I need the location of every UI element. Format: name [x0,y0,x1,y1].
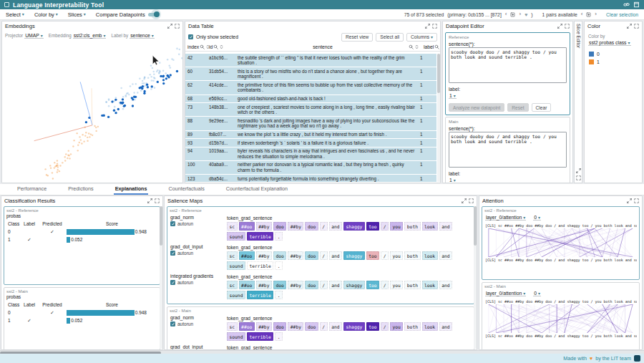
salience-token[interactable]: / [320,281,328,289]
reset-button[interactable]: Reset [507,103,528,112]
salience-token[interactable]: sc [227,251,238,260]
fullscreen-icon[interactable] [576,175,581,180]
salience-token[interactable]: ##by [288,281,303,289]
salience-token[interactable]: . [275,232,283,241]
column-header-index[interactable]: index [185,44,207,49]
salience-token[interactable]: ##by [288,251,303,260]
salience-token[interactable]: too [366,222,379,231]
column-header-id[interactable]: id [207,44,235,49]
expand-icon[interactable] [425,24,430,29]
salience-token[interactable]: terrible [247,232,273,241]
salience-token[interactable]: both [404,222,420,231]
search-icon[interactable] [409,44,414,49]
lit-footer-logo[interactable] [634,355,640,362]
search-icon[interactable] [213,44,218,49]
salience-token[interactable]: sc [227,222,238,231]
salience-token[interactable]: terrible [247,291,273,299]
expand-icon[interactable] [627,24,632,29]
salience-token[interactable]: / [381,222,389,231]
only-show-selected-checkbox[interactable] [188,34,193,39]
salience-token[interactable]: terrible [247,261,273,270]
autorun-checkbox[interactable] [170,321,175,326]
salience-token[interactable]: / [381,251,389,260]
fullscreen-icon[interactable] [175,24,180,29]
salience-token[interactable]: shaggy [343,281,365,289]
embedding-scatter[interactable] [2,41,182,183]
table-row[interactable]: 42a1bc96...the subtle strength of `` ell… [185,54,436,67]
salience-token[interactable]: too [366,281,379,289]
sort-icon[interactable] [219,44,224,49]
salience-token[interactable]: and [329,322,342,331]
salience-token[interactable]: sc [227,281,238,289]
salience-token[interactable]: and [329,222,342,231]
salience-token[interactable]: doo [273,251,286,260]
salience-token[interactable]: ##by [256,251,272,260]
sort-icon[interactable] [414,44,419,49]
salience-token[interactable]: and [439,222,452,231]
salience-token[interactable]: both [404,251,420,260]
panel-scrollbar[interactable] [474,206,477,349]
autorun-control[interactable]: autorun [170,251,227,256]
head-select[interactable]: 0▾ [533,215,541,221]
table-row[interactable]: 62414cde...the primitive force of this f… [185,81,436,95]
share-link-icon[interactable] [623,1,630,8]
salience-token[interactable]: sc [227,322,238,331]
autorun-control[interactable]: autorun [170,321,227,326]
salience-token[interactable]: . [275,291,283,299]
autorun-control[interactable]: autorun [170,221,227,226]
salience-token[interactable]: doo [305,281,318,289]
salience-token[interactable]: look [422,222,438,231]
salience-token[interactable]: too [366,251,379,260]
expand-icon[interactable] [462,198,467,203]
salience-token[interactable]: and [439,251,452,260]
column-header-sentence[interactable]: sentence [235,44,421,49]
fullscreen-icon[interactable] [469,198,474,203]
salience-token[interactable]: you [390,281,403,289]
salience-token[interactable]: both [404,281,420,289]
layer-select[interactable]: layer_0/attention▾ [485,291,526,296]
salience-token[interactable]: shaggy [343,251,365,260]
tab-explanations[interactable]: Explanations [114,184,149,195]
label-select[interactable]: 1▾ [449,93,457,99]
expand-icon[interactable] [167,24,172,29]
search-icon[interactable] [434,44,439,49]
autorun-control[interactable]: autorun [170,280,227,285]
scrollbar-thumb[interactable] [160,206,162,246]
columns-button[interactable]: Columns ▾ [406,33,437,42]
sentence-textarea[interactable]: scooby dooby doo / and shaggy too / you … [449,132,567,168]
salience-token[interactable]: / [381,322,389,331]
salience-token[interactable]: / [320,322,328,331]
slices-menu[interactable]: Slices▾ [68,11,86,18]
salience-token[interactable]: terrible [247,332,273,341]
fullscreen-icon[interactable] [155,198,160,203]
salience-token[interactable]: sound [227,332,245,341]
salience-token[interactable]: sound [227,232,245,241]
table-row[interactable]: 941019aa...byler reveals his characters … [185,147,436,161]
salience-token[interactable]: and [439,281,452,289]
salience-token[interactable]: ##by [256,322,272,331]
compare-datapoints-toggle[interactable] [148,11,159,17]
next-pair-button[interactable]: › [595,11,597,17]
tab-counterfactuals[interactable]: Counterfactuals [167,184,205,195]
prev-datapoint-button[interactable]: ‹ [505,11,507,17]
tab-counterfactual-explanation[interactable]: Counterfactual Explanation [225,184,289,195]
pin-pair-icon[interactable] [586,12,591,17]
salience-token[interactable]: doo [273,322,286,331]
expand-icon[interactable] [576,168,581,173]
docs-icon[interactable] [633,1,640,8]
head-select[interactable]: 0▾ [533,291,541,296]
salience-token[interactable]: ##oo [239,251,255,260]
search-icon[interactable] [200,44,205,49]
next-datapoint-button[interactable]: › [519,11,521,17]
color-by-select[interactable]: sst2 probas class▾ [588,40,631,46]
embedding-select[interactable]: sst2:cls_emb▾ [73,33,107,39]
table-row[interactable]: 89fb8c07...we know the plot 's a little … [185,131,436,140]
favorite-icon[interactable]: ♥ [525,12,527,17]
fullscreen-icon[interactable] [565,24,570,29]
table-row[interactable]: 93d15b7d...if steven soderbergh 's ` sol… [185,139,436,147]
salience-token[interactable]: doo [273,281,286,289]
projector-select[interactable]: UMAP▾ [24,33,44,39]
salience-token[interactable]: sound [227,261,245,270]
slice-editor-tab[interactable]: Slice Editor [574,21,582,183]
prev-pair-button[interactable]: ‹ [581,11,583,17]
